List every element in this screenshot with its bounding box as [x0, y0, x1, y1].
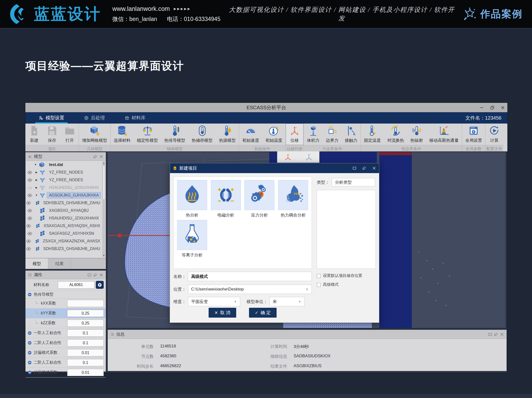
- close-button[interactable]: [501, 106, 505, 110]
- tab-result[interactable]: 结果: [48, 258, 71, 269]
- card-thermal-analysis[interactable]: 热分析: [177, 180, 207, 218]
- minimize-button[interactable]: [480, 106, 484, 110]
- pin-icon[interactable]: [93, 155, 97, 159]
- analysis-type-list[interactable]: [317, 190, 376, 269]
- save-button[interactable]: 保存: [43, 124, 61, 145]
- radiation-button[interactable]: 热辐射: [407, 124, 426, 145]
- heat-storage-model-button[interactable]: 热储存模型: [188, 124, 216, 145]
- tree-item[interactable]: ZSXGX_HSAKAZNZXK_AHASX: [26, 237, 102, 245]
- default-location-checkbox-row[interactable]: 设置默认项目储存位置: [317, 273, 362, 278]
- contact-force-button[interactable]: 接触力: [342, 124, 361, 145]
- cancel-button[interactable]: ✕ 取 消: [209, 308, 236, 318]
- eye-open-icon[interactable]: [26, 239, 31, 244]
- compute-button[interactable]: 计算: [485, 124, 503, 145]
- property-group-row[interactable]: 热传导模型: [26, 291, 106, 299]
- card-thermal-coupling-analysis[interactable]: TFSI 热力耦合分析: [278, 180, 308, 218]
- tree-item[interactable]: XAGBSXG_AYHAQBJ: [26, 207, 102, 214]
- analysis-type-input[interactable]: 分析类型: [332, 178, 375, 186]
- heat-source-model-button[interactable]: 热源模型: [216, 124, 239, 145]
- checkbox-icon[interactable]: [317, 274, 321, 278]
- xyz-axis-orange-option[interactable]: [284, 153, 292, 161]
- property-input[interactable]: 0.01: [67, 369, 104, 376]
- tree-scrollbar[interactable]: ▲ ▼: [102, 161, 105, 257]
- kxx-input[interactable]: [67, 300, 104, 307]
- property-row[interactable]: 沙漏模式系数 0.01: [26, 348, 106, 358]
- tree-item[interactable]: ▶ YZ_FREE_NODES: [26, 168, 102, 176]
- eye-open-icon[interactable]: [26, 231, 34, 236]
- close-icon[interactable]: [99, 155, 103, 159]
- collapse-icon[interactable]: [28, 331, 32, 335]
- tree-item[interactable]: XSAXGAUS_AISYAQSH_ASHX: [26, 222, 102, 230]
- heat-conduction-model-button[interactable]: 热传导模型: [161, 124, 188, 145]
- displacement-button[interactable]: 位移: [286, 124, 303, 145]
- global-settings-button[interactable]: 全局设置: [462, 124, 485, 145]
- property-input[interactable]: 0.1: [67, 339, 104, 346]
- tree-item[interactable]: ▼ test.dat: [26, 161, 102, 168]
- collapse-icon[interactable]: [28, 370, 32, 375]
- tree-item[interactable]: SDHSBJZS_GHSABJHB_ZAHU: [26, 245, 102, 253]
- property-input[interactable]: 0.1: [67, 359, 104, 366]
- expander-down-icon[interactable]: ▼: [34, 194, 39, 197]
- eye-open-icon[interactable]: [26, 178, 34, 182]
- stability-model-button[interactable]: 稳定性模型: [134, 124, 161, 145]
- material-settings-button[interactable]: [96, 281, 104, 289]
- float-icon[interactable]: [87, 273, 91, 277]
- project-name-input[interactable]: 高级模式: [188, 272, 312, 281]
- property-row-selected[interactable]: kYY系数 0.25: [26, 308, 106, 318]
- pin-icon[interactable]: [362, 166, 366, 170]
- kyy-input[interactable]: 0.25: [67, 310, 104, 317]
- pin-icon[interactable]: [93, 273, 97, 277]
- expander-right-icon[interactable]: ▶: [34, 186, 39, 189]
- project-path-dropdown[interactable]: C:\Users\weixiaohe\Desktop ▼: [188, 285, 312, 294]
- float-icon[interactable]: [352, 166, 356, 170]
- expander-right-icon[interactable]: ▶: [34, 171, 39, 174]
- convection-button[interactable]: 对流换热: [384, 124, 407, 145]
- tree-item[interactable]: ▶ YZ_FREE_NODES: [26, 176, 102, 184]
- eye-open-icon[interactable]: [26, 216, 34, 221]
- tree-item[interactable]: SAGFASGZ_ASYHHXSN: [26, 230, 102, 237]
- add-mesh-model-button[interactable]: 增加网格模型: [79, 124, 110, 145]
- tab-material-library[interactable]: 材料库: [118, 112, 152, 124]
- collapse-icon[interactable]: [28, 351, 32, 355]
- close-icon[interactable]: [500, 332, 504, 336]
- new-button[interactable]: 新建: [25, 124, 43, 145]
- tab-model[interactable]: 模型: [26, 258, 48, 269]
- logo[interactable]: 蓝蓝设计: [7, 3, 101, 25]
- unit-dropdown[interactable]: 米 ▼: [269, 297, 304, 306]
- material-name-input[interactable]: AL6061: [58, 281, 94, 289]
- property-row[interactable]: kZZ系数 0.25: [26, 318, 106, 328]
- collapse-icon[interactable]: [28, 341, 32, 345]
- tree-item[interactable]: ▶ HSAUHDISU_JZXIUXHAHX: [26, 184, 102, 191]
- collapse-icon[interactable]: [28, 292, 32, 297]
- tab-model-setup[interactable]: 模型设置: [32, 112, 71, 124]
- expander-down-icon[interactable]: ▼: [33, 163, 38, 166]
- property-row[interactable]: 一阶人工粘合性 0.1: [26, 328, 106, 338]
- moving-gauss-flux-button[interactable]: 移动高斯热通量: [426, 124, 462, 145]
- card-stress-analysis[interactable]: 应力分析: [244, 180, 275, 218]
- kzz-input[interactable]: 0.25: [67, 320, 104, 327]
- portfolio-link[interactable]: 作品案例: [463, 7, 523, 21]
- eye-open-icon[interactable]: [26, 208, 34, 213]
- initial-temperature-button[interactable]: 初始温度: [262, 124, 285, 145]
- select-material-button[interactable]: 选择材料: [111, 124, 134, 145]
- close-icon[interactable]: [99, 273, 103, 277]
- body-force-button[interactable]: 体积力: [304, 124, 323, 145]
- tree-item[interactable]: SDHSBJZS_GHSABJHB_ZAHU: [26, 199, 102, 207]
- open-button[interactable]: 打开: [61, 124, 79, 145]
- scrollbar-thumb[interactable]: [102, 165, 105, 200]
- eye-closed-icon[interactable]: [26, 185, 34, 190]
- property-input[interactable]: 0.1: [67, 329, 104, 337]
- scroll-down-icon[interactable]: ▼: [102, 254, 105, 257]
- float-icon[interactable]: [488, 332, 492, 336]
- property-row[interactable]: kXX系数: [26, 299, 106, 308]
- dimension-dropdown[interactable]: 平面应变 ▼: [188, 297, 240, 306]
- fixed-temperature-button[interactable]: 固定温度: [361, 124, 384, 145]
- checkbox-icon[interactable]: [317, 283, 321, 287]
- expander-right-icon[interactable]: ▶: [34, 179, 39, 181]
- advanced-mode-checkbox-row[interactable]: 高级模式: [317, 282, 362, 287]
- site-url[interactable]: www.lanlanwork.com: [112, 5, 170, 12]
- tab-post-processing[interactable]: 后处理: [78, 112, 111, 124]
- property-row[interactable]: 沙漏模式系数 0.01: [26, 368, 106, 378]
- eye-open-icon[interactable]: [26, 200, 32, 205]
- scroll-up-icon[interactable]: ▲: [102, 162, 105, 164]
